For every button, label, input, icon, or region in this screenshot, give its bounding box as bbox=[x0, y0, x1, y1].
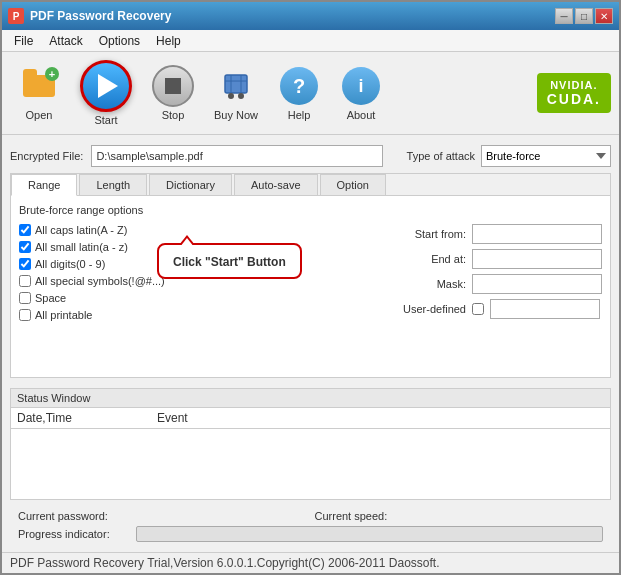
open-label: Open bbox=[26, 109, 53, 121]
status-bar: PDF Password Recovery Trial,Version 6.0.… bbox=[2, 552, 619, 573]
start-from-input[interactable] bbox=[472, 224, 602, 244]
user-defined-label: User-defined bbox=[396, 303, 466, 315]
open-button[interactable]: + Open bbox=[10, 61, 68, 125]
window-title: PDF Password Recovery bbox=[30, 9, 171, 23]
cart-icon bbox=[215, 65, 257, 107]
tabs-row: Range Length Dictionary Auto-save Option bbox=[11, 174, 610, 196]
mask-label: Mask: bbox=[396, 278, 466, 290]
stop-label: Stop bbox=[162, 109, 185, 121]
toolbar: + Open Start Stop bbox=[2, 52, 619, 135]
status-body bbox=[11, 429, 610, 499]
file-row: Encrypted File: Type of attack Brute-for… bbox=[10, 145, 611, 167]
progress-label: Progress indicator: bbox=[18, 528, 128, 540]
tab-content-range: Brute-force range options All caps latin… bbox=[11, 196, 610, 377]
encrypted-file-input[interactable] bbox=[91, 145, 382, 167]
current-speed-label: Current speed: bbox=[315, 510, 425, 522]
checkbox-small-latin-input[interactable] bbox=[19, 241, 31, 253]
status-section: Status Window Date,Time Event bbox=[10, 388, 611, 500]
checkbox-special[interactable]: All special symbols(!@#...) bbox=[19, 275, 165, 287]
tab-length[interactable]: Length bbox=[79, 174, 147, 195]
nvidia-text: NVIDIA. bbox=[550, 79, 597, 91]
close-button[interactable]: ✕ bbox=[595, 8, 613, 24]
help-button[interactable]: ? Help bbox=[270, 61, 328, 125]
checkbox-digits-input[interactable] bbox=[19, 258, 31, 270]
open-icon: + bbox=[18, 65, 60, 107]
help-label: Help bbox=[288, 109, 311, 121]
checkbox-caps-latin-input[interactable] bbox=[19, 224, 31, 236]
title-bar-left: P PDF Password Recovery bbox=[8, 8, 171, 24]
encrypted-file-label: Encrypted File: bbox=[10, 150, 83, 162]
menu-help[interactable]: Help bbox=[148, 32, 189, 50]
end-at-input[interactable] bbox=[472, 249, 602, 269]
checkbox-caps-latin-label: All caps latin(A - Z) bbox=[35, 224, 127, 236]
plus-icon: + bbox=[45, 67, 59, 81]
svg-point-5 bbox=[238, 93, 244, 99]
tabs-panel: Range Length Dictionary Auto-save Option… bbox=[10, 173, 611, 378]
checkboxes-left: All caps latin(A - Z) All small latin(a … bbox=[19, 224, 165, 321]
about-button[interactable]: i About bbox=[332, 61, 390, 125]
buynow-label: Buy Now bbox=[214, 109, 258, 121]
cuda-text: CUDA. bbox=[547, 91, 601, 107]
main-window: P PDF Password Recovery ─ □ ✕ File Attac… bbox=[0, 0, 621, 575]
start-button[interactable]: Start bbox=[72, 58, 140, 128]
content-area: Encrypted File: Type of attack Brute-for… bbox=[2, 135, 619, 552]
stop-button[interactable]: Stop bbox=[144, 61, 202, 125]
stop-circle bbox=[152, 65, 194, 107]
stop-square bbox=[165, 78, 181, 94]
checkbox-small-latin[interactable]: All small latin(a - z) bbox=[19, 241, 165, 253]
tab-dictionary[interactable]: Dictionary bbox=[149, 174, 232, 195]
checkbox-space-label: Space bbox=[35, 292, 66, 304]
end-at-row: End at: bbox=[396, 249, 602, 269]
maximize-button[interactable]: □ bbox=[575, 8, 593, 24]
datetime-header: Date,Time bbox=[17, 411, 157, 425]
menu-attack[interactable]: Attack bbox=[41, 32, 90, 50]
menu-options[interactable]: Options bbox=[91, 32, 148, 50]
checkbox-special-input[interactable] bbox=[19, 275, 31, 287]
tooltip: Click "Start" Button bbox=[157, 243, 302, 279]
bottom-bar: Current password: Current speed: Progres… bbox=[10, 506, 611, 546]
nvidia-badge: NVIDIA. CUDA. bbox=[537, 73, 611, 113]
about-circle: i bbox=[342, 67, 380, 105]
status-window-title: Status Window bbox=[11, 389, 610, 408]
checkbox-caps-latin[interactable]: All caps latin(A - Z) bbox=[19, 224, 165, 236]
attack-type-select[interactable]: Brute-force Dictionary Smart-force bbox=[481, 145, 611, 167]
tab-option[interactable]: Option bbox=[320, 174, 386, 195]
progress-bar bbox=[136, 526, 603, 542]
user-defined-checkbox[interactable] bbox=[472, 303, 484, 315]
checkbox-printable-input[interactable] bbox=[19, 309, 31, 321]
fields-right: Start from: End at: Mask: User-defi bbox=[396, 224, 602, 321]
current-info-row: Current password: Current speed: bbox=[18, 510, 603, 522]
end-at-label: End at: bbox=[396, 253, 466, 265]
user-defined-row: User-defined bbox=[396, 299, 602, 319]
mask-input[interactable] bbox=[472, 274, 602, 294]
start-from-label: Start from: bbox=[396, 228, 466, 240]
checkbox-space-input[interactable] bbox=[19, 292, 31, 304]
help-icon: ? bbox=[278, 65, 320, 107]
stop-icon-wrap bbox=[152, 65, 194, 107]
event-header: Event bbox=[157, 411, 604, 425]
checkbox-space[interactable]: Space bbox=[19, 292, 165, 304]
menu-file[interactable]: File bbox=[6, 32, 41, 50]
tab-range[interactable]: Range bbox=[11, 174, 77, 196]
minimize-button[interactable]: ─ bbox=[555, 8, 573, 24]
start-label: Start bbox=[94, 114, 117, 126]
checkbox-digits[interactable]: All digits(0 - 9) bbox=[19, 258, 165, 270]
checkbox-special-label: All special symbols(!@#...) bbox=[35, 275, 165, 287]
status-header: Date,Time Event bbox=[11, 408, 610, 429]
app-icon: P bbox=[8, 8, 24, 24]
brute-force-section-title: Brute-force range options bbox=[19, 204, 602, 216]
help-circle: ? bbox=[280, 67, 318, 105]
play-icon bbox=[98, 74, 118, 98]
tab-autosave[interactable]: Auto-save bbox=[234, 174, 318, 195]
user-defined-input[interactable] bbox=[490, 299, 600, 319]
start-circle bbox=[80, 60, 132, 112]
progress-row: Progress indicator: bbox=[18, 526, 603, 542]
checkbox-printable-label: All printable bbox=[35, 309, 92, 321]
checkbox-printable[interactable]: All printable bbox=[19, 309, 165, 321]
checkbox-digits-label: All digits(0 - 9) bbox=[35, 258, 105, 270]
mask-row: Mask: bbox=[396, 274, 602, 294]
svg-rect-0 bbox=[225, 75, 247, 93]
tooltip-text: Click "Start" Button bbox=[173, 255, 286, 269]
buynow-button[interactable]: Buy Now bbox=[206, 61, 266, 125]
start-from-row: Start from: bbox=[396, 224, 602, 244]
